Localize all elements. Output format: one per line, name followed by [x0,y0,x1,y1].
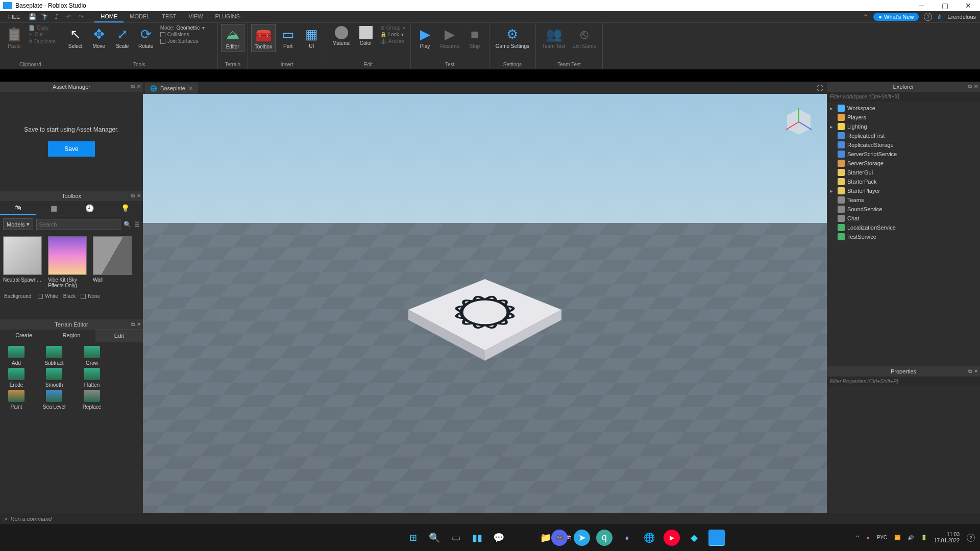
search-icon[interactable]: 🔍 [124,221,131,228]
tab-plugins[interactable]: PLUGINS [209,11,246,22]
terrain-tab-edit[interactable]: Edit [95,330,143,342]
filter-icon[interactable]: ☰ [134,221,140,228]
minimize-button[interactable]: ─ [910,0,933,11]
document-tab-baseplate[interactable]: 🌐 Baseplate ✕ [145,83,198,94]
explorer-node-localizationservice[interactable]: LocalizationService [828,223,979,232]
taskbar-chrome-icon[interactable]: 🌐 [641,530,657,546]
terrain-tool-sea-level[interactable]: Sea Level [40,390,68,410]
panel-close-icon[interactable]: ✕ [974,368,978,374]
tray-wifi-icon[interactable]: 📶 [894,535,900,540]
terrain-tool-subtract[interactable]: Subtract [40,346,68,366]
panel-close-icon[interactable]: ✕ [137,321,141,328]
file-menu[interactable]: FILE [3,14,25,20]
tab-view[interactable]: VIEW [182,11,209,22]
anchor-button[interactable]: ⚓ Anchor [380,38,405,44]
toolbox-button[interactable]: 🧰Toolbox [251,24,276,52]
explorer-node-starterplayer[interactable]: ▸StarterPlayer [828,186,979,195]
taskbar-widgets-icon[interactable]: ▮▮ [469,530,485,546]
command-bar[interactable]: Run a command [0,513,980,524]
help-icon[interactable]: ? [924,13,932,21]
panel-close-icon[interactable]: ✕ [137,84,141,90]
tray-volume-icon[interactable]: 🔊 [908,535,914,540]
tab-test[interactable]: TEST [156,11,182,22]
properties-filter-input[interactable]: Filter Properties (Ctrl+Shift+P) [827,377,980,386]
duplicate-button[interactable]: ⧉ Duplicate [29,38,56,44]
collisions-checkbox[interactable]: Collisions [160,32,212,37]
panel-undock-icon[interactable]: ⧉ [968,368,972,374]
qat-find-icon[interactable]: 🔭 [40,13,48,21]
terrain-tool-grow[interactable]: Grow [78,346,106,366]
explorer-node-startergui[interactable]: StarterGui [828,168,979,177]
panel-undock-icon[interactable]: ⧉ [131,84,135,90]
group-button[interactable]: ⊞ Group ▾ [380,25,405,31]
tray-language[interactable]: РУС [877,535,887,540]
bg-none-radio[interactable]: None [81,293,100,299]
taskbar-youtube-icon[interactable]: ▶ [664,530,680,546]
toolbox-tab-inventory[interactable]: ▦ [36,201,71,215]
terrain-editor-button[interactable]: ⛰Editor [221,24,244,52]
explorer-node-serverscriptservice[interactable]: ServerScriptService [828,149,979,159]
taskbar-app-icon[interactable]: q [596,530,612,546]
tab-home[interactable]: HOME [94,11,124,22]
mode-dropdown[interactable]: Mode: Geometric ▾ [160,25,212,31]
copy-button[interactable]: 📄 Copy [29,25,56,31]
toolbox-item[interactable]: Wall [93,236,134,288]
taskbar-app3-icon[interactable]: ◆ [686,530,702,546]
terrain-tool-replace[interactable]: Replace [78,390,106,410]
start-button[interactable]: ⊞ [405,530,421,546]
toolbox-category-dropdown[interactable]: Models ▾ [3,218,33,230]
terrain-tool-erode[interactable]: Erode [2,368,31,388]
explorer-node-soundservice[interactable]: SoundService [828,205,979,214]
taskbar-roblox-studio-icon[interactable] [708,530,725,546]
tray-notifications-icon[interactable]: 2 [967,534,975,542]
close-button[interactable]: ✕ [957,0,980,11]
lock-button[interactable]: 🔒 Lock ▾ [380,32,405,37]
scale-button[interactable]: ⤢Scale [111,24,134,51]
toolbox-item[interactable]: Vibe Kit (Sky Effects Only) [48,236,89,288]
tray-app-icon[interactable]: ● [867,535,870,540]
rotate-button[interactable]: ⟳Rotate [135,24,157,51]
toolbox-tab-recent[interactable]: 🕘 [71,201,107,215]
play-button[interactable]: ▶Play [414,24,436,51]
move-button[interactable]: ✥Move [88,24,110,51]
panel-undock-icon[interactable]: ⧉ [131,193,135,199]
panel-close-icon[interactable]: ✕ [974,84,978,90]
maximize-button[interactable]: ▢ [933,0,957,11]
explorer-node-workspace[interactable]: ▸Workspace [828,104,979,113]
qat-undo-icon[interactable]: ↶ [65,13,73,21]
explorer-node-chat[interactable]: Chat [828,214,979,223]
part-button[interactable]: ▭Part [277,24,299,51]
terrain-tool-flatten[interactable]: Flatten [78,368,106,388]
whats-new-button[interactable]: ●What's New [873,13,919,21]
terrain-tool-paint[interactable]: Paint [2,390,31,410]
explorer-node-serverstorage[interactable]: ServerStorage [828,159,979,168]
taskbar-taskview-icon[interactable]: ▭ [448,530,464,546]
terrain-tab-region[interactable]: Region [47,330,95,342]
username-label[interactable]: Erendelous [947,14,976,20]
toolbox-search-input[interactable] [36,219,120,230]
material-button[interactable]: Material [329,24,354,48]
axis-gizmo[interactable] [781,104,817,140]
tab-model[interactable]: MODEL [124,11,156,22]
asset-manager-header[interactable]: Asset Manager ⧉✕ [0,82,143,92]
toolbox-header[interactable]: Toolbox ⧉✕ [0,191,143,201]
explorer-header[interactable]: Explorer ⧉✕ [827,82,980,92]
explorer-node-testservice[interactable]: TestService [828,232,979,241]
explorer-node-replicatedstorage[interactable]: ReplicatedStorage [828,140,979,149]
close-tab-icon[interactable]: ✕ [188,85,193,92]
tray-battery-icon[interactable]: 🔋 [921,535,927,540]
share-icon[interactable]: ⋔ [937,13,942,20]
qat-redo-icon[interactable]: ↷ [77,13,85,21]
select-button[interactable]: ↖Select [64,24,87,51]
resume-button[interactable]: ▶Resume [437,24,462,51]
paste-button[interactable]: 📋Paste [3,24,26,51]
properties-header[interactable]: Properties ⧉✕ [827,366,980,377]
toolbox-tab-marketplace[interactable]: 🛍 [0,201,36,215]
collapse-ribbon-icon[interactable]: ⌃ [863,13,868,20]
stop-button[interactable]: ■Stop [463,24,486,51]
panel-undock-icon[interactable]: ⧉ [968,84,972,90]
exit-game-button[interactable]: ⎋Exit Game [569,24,599,51]
explorer-node-replicatedfirst[interactable]: ReplicatedFirst [828,131,979,140]
qat-save-icon[interactable]: 💾 [28,13,36,21]
bg-white-radio[interactable]: White [38,293,58,299]
